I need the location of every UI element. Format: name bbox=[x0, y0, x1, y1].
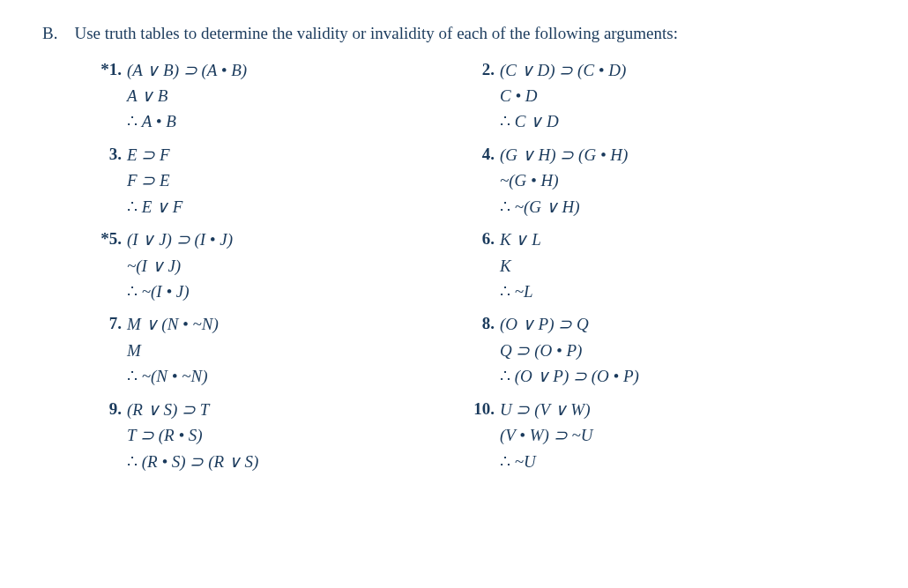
problem-item: 7. M ∨ (N • ~N) M ~(N • ~N) bbox=[97, 311, 454, 389]
premise: C • D bbox=[500, 83, 626, 108]
premise: K bbox=[500, 253, 541, 279]
premise: M bbox=[127, 338, 219, 363]
problem-item: 3. E ⊃ F F ⊃ E E ∨ F bbox=[97, 142, 454, 220]
conclusion: ~U bbox=[500, 449, 592, 474]
premise: T ⊃ (R • S) bbox=[127, 422, 258, 448]
conclusion: (R • S) ⊃ (R ∨ S) bbox=[127, 449, 258, 474]
conclusion: C ∨ D bbox=[500, 108, 626, 134]
problem-number: 6. bbox=[470, 227, 500, 252]
problem-item: 9. (R ∨ S) ⊃ T T ⊃ (R • S) (R • S) ⊃ (R … bbox=[97, 397, 454, 474]
premise: (V • W) ⊃ ~U bbox=[500, 422, 592, 448]
problem-number: 4. bbox=[470, 142, 500, 167]
conclusion: ~(N • ~N) bbox=[127, 363, 219, 389]
conclusion: ~(G ∨ H) bbox=[500, 194, 628, 220]
argument: (G ∨ H) ⊃ (G • H) ~(G • H) ~(G ∨ H) bbox=[500, 142, 628, 220]
argument: E ⊃ F F ⊃ E E ∨ F bbox=[127, 142, 182, 220]
premise: (R ∨ S) ⊃ T bbox=[127, 397, 258, 422]
argument: (I ∨ J) ⊃ (I • J) ~(I ∨ J) ~(I • J) bbox=[127, 227, 233, 304]
argument: (C ∨ D) ⊃ (C • D) C • D C ∨ D bbox=[500, 57, 626, 135]
argument: (R ∨ S) ⊃ T T ⊃ (R • S) (R • S) ⊃ (R ∨ S… bbox=[127, 397, 258, 474]
problem-item: 10. U ⊃ (V ∨ W) (V • W) ⊃ ~U ~U bbox=[470, 397, 866, 474]
argument: M ∨ (N • ~N) M ~(N • ~N) bbox=[127, 311, 219, 389]
problem-number: 9. bbox=[97, 397, 127, 422]
premise: U ⊃ (V ∨ W) bbox=[500, 397, 592, 422]
premise: (C ∨ D) ⊃ (C • D) bbox=[500, 57, 626, 83]
conclusion: A • B bbox=[127, 108, 247, 134]
premise: (A ∨ B) ⊃ (A • B) bbox=[127, 57, 247, 83]
problem-number: 10. bbox=[470, 397, 500, 422]
section-intro: B. Use truth tables to determine the val… bbox=[42, 21, 866, 47]
premise: ~(I ∨ J) bbox=[127, 253, 233, 279]
premise: Q ⊃ (O • P) bbox=[500, 338, 639, 363]
premise: (O ∨ P) ⊃ Q bbox=[500, 311, 639, 337]
problem-item: *5. (I ∨ J) ⊃ (I • J) ~(I ∨ J) ~(I • J) bbox=[97, 227, 454, 304]
premise: ~(G • H) bbox=[500, 167, 628, 193]
conclusion: ~L bbox=[500, 279, 541, 304]
problem-number: *1. bbox=[97, 57, 127, 83]
premise: A ∨ B bbox=[127, 83, 247, 108]
problem-row: 3. E ⊃ F F ⊃ E E ∨ F 4. (G ∨ H) ⊃ (G • H… bbox=[42, 142, 866, 220]
problem-item: 2. (C ∨ D) ⊃ (C • D) C • D C ∨ D bbox=[470, 57, 866, 135]
problem-row: 7. M ∨ (N • ~N) M ~(N • ~N) 8. (O ∨ P) ⊃… bbox=[42, 311, 866, 389]
premise: M ∨ (N • ~N) bbox=[127, 311, 219, 337]
argument: (A ∨ B) ⊃ (A • B) A ∨ B A • B bbox=[127, 57, 247, 135]
premise: (G ∨ H) ⊃ (G • H) bbox=[500, 142, 628, 167]
problem-row: *1. (A ∨ B) ⊃ (A • B) A ∨ B A • B 2. (C … bbox=[42, 57, 866, 135]
problem-number: 8. bbox=[470, 311, 500, 337]
problem-item: 4. (G ∨ H) ⊃ (G • H) ~(G • H) ~(G ∨ H) bbox=[470, 142, 866, 220]
problem-number: 3. bbox=[97, 142, 127, 167]
premise: F ⊃ E bbox=[127, 167, 182, 193]
problem-row: 9. (R ∨ S) ⊃ T T ⊃ (R • S) (R • S) ⊃ (R … bbox=[42, 397, 866, 474]
problem-row: *5. (I ∨ J) ⊃ (I • J) ~(I ∨ J) ~(I • J) … bbox=[42, 227, 866, 304]
problem-number: *5. bbox=[97, 227, 127, 252]
premise: (I ∨ J) ⊃ (I • J) bbox=[127, 227, 233, 252]
argument: U ⊃ (V ∨ W) (V • W) ⊃ ~U ~U bbox=[500, 397, 592, 474]
problem-number: 7. bbox=[97, 311, 127, 337]
premise: K ∨ L bbox=[500, 227, 541, 252]
problem-list: *1. (A ∨ B) ⊃ (A • B) A ∨ B A • B 2. (C … bbox=[42, 57, 866, 475]
problem-number: 2. bbox=[470, 57, 500, 83]
argument: (O ∨ P) ⊃ Q Q ⊃ (O • P) (O ∨ P) ⊃ (O • P… bbox=[500, 311, 639, 389]
section-label: B. bbox=[42, 24, 57, 42]
problem-item: *1. (A ∨ B) ⊃ (A • B) A ∨ B A • B bbox=[97, 57, 454, 135]
conclusion: (O ∨ P) ⊃ (O • P) bbox=[500, 363, 639, 389]
problem-item: 8. (O ∨ P) ⊃ Q Q ⊃ (O • P) (O ∨ P) ⊃ (O … bbox=[470, 311, 866, 389]
premise: E ⊃ F bbox=[127, 142, 182, 167]
problem-item: 6. K ∨ L K ~L bbox=[470, 227, 866, 304]
argument: K ∨ L K ~L bbox=[500, 227, 541, 304]
conclusion: ~(I • J) bbox=[127, 279, 233, 304]
conclusion: E ∨ F bbox=[127, 194, 182, 220]
section-text: Use truth tables to determine the validi… bbox=[74, 24, 678, 42]
